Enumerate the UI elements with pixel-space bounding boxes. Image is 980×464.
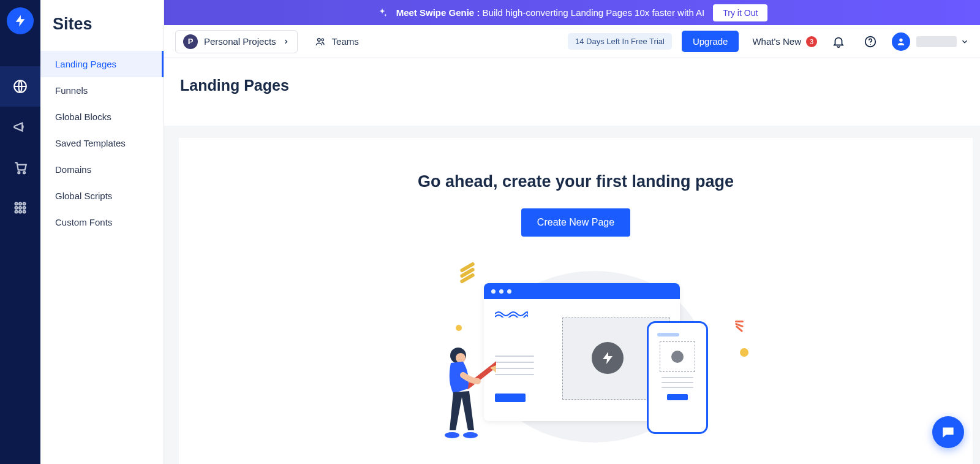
user-name-placeholder[interactable] xyxy=(916,36,957,47)
help-icon[interactable] xyxy=(860,35,881,48)
svg-point-11 xyxy=(23,211,26,213)
app-logo[interactable] xyxy=(7,7,34,34)
sidebar-item-saved-templates[interactable]: Saved Templates xyxy=(40,130,164,156)
sidebar-item-landing-pages[interactable]: Landing Pages xyxy=(40,51,164,77)
chevron-right-icon xyxy=(282,38,290,45)
sidebar-item-funnels[interactable]: Funnels xyxy=(40,77,164,104)
svg-point-13 xyxy=(322,39,324,41)
nav-sites-icon[interactable] xyxy=(0,66,40,107)
svg-point-7 xyxy=(19,207,21,209)
empty-state-title: Go ahead, create your first landing page xyxy=(418,172,734,191)
upgrade-button[interactable]: Upgrade xyxy=(682,31,739,52)
nav-announce-icon[interactable] xyxy=(0,107,40,147)
svg-point-3 xyxy=(15,203,18,205)
user-avatar[interactable] xyxy=(892,32,910,51)
svg-rect-17 xyxy=(464,359,496,390)
chat-bubble-button[interactable] xyxy=(932,416,964,448)
svg-point-16 xyxy=(899,38,902,41)
teams-link[interactable]: Teams xyxy=(315,36,359,47)
sidebar-item-domains[interactable]: Domains xyxy=(40,156,164,183)
svg-point-15 xyxy=(870,44,870,44)
svg-point-20 xyxy=(456,353,466,363)
svg-point-2 xyxy=(23,172,25,173)
promo-text: Meet Swipe Genie : Build high-converting… xyxy=(396,7,705,18)
svg-point-6 xyxy=(15,207,18,209)
svg-point-5 xyxy=(23,203,26,205)
sidebar-item-custom-fonts[interactable]: Custom Fonts xyxy=(40,209,164,235)
trial-pill[interactable]: 14 Days Left In Free Trial xyxy=(568,33,672,50)
whats-new-link[interactable]: What's New 3 xyxy=(752,36,817,47)
nav-apps-icon[interactable] xyxy=(0,188,40,228)
empty-state-illustration xyxy=(435,265,717,449)
project-name: Personal Projects xyxy=(204,36,276,47)
teams-label: Teams xyxy=(332,36,359,47)
svg-point-12 xyxy=(317,38,320,41)
svg-point-8 xyxy=(23,207,26,209)
nav-cart-icon[interactable] xyxy=(0,147,40,188)
svg-point-4 xyxy=(19,203,21,205)
empty-state-card: Go ahead, create your first landing page… xyxy=(179,138,973,464)
chevron-down-icon[interactable] xyxy=(960,37,969,46)
project-selector[interactable]: P Personal Projects xyxy=(175,30,298,53)
svg-point-21 xyxy=(445,432,459,438)
sidebar-title: Sites xyxy=(40,0,164,51)
header: P Personal Projects Teams 14 Days Left I… xyxy=(164,25,980,58)
svg-point-10 xyxy=(19,211,21,213)
teams-icon xyxy=(315,36,326,47)
svg-point-1 xyxy=(18,172,20,173)
svg-point-9 xyxy=(15,211,18,213)
sidebar-item-global-blocks[interactable]: Global Blocks xyxy=(40,104,164,130)
content-area: Go ahead, create your first landing page… xyxy=(179,138,973,464)
create-new-page-button[interactable]: Create New Page xyxy=(521,208,630,237)
page-heading: Landing Pages xyxy=(164,58,980,126)
svg-point-22 xyxy=(463,432,478,438)
sparkle-icon xyxy=(377,7,388,18)
try-it-out-button[interactable]: Try it Out xyxy=(713,4,767,21)
whats-new-label: What's New xyxy=(752,36,801,47)
notifications-icon[interactable] xyxy=(828,35,849,48)
sidebar-item-global-scripts[interactable]: Global Scripts xyxy=(40,183,164,209)
icon-rail xyxy=(0,0,40,464)
whats-new-badge: 3 xyxy=(806,36,817,47)
promo-banner: Meet Swipe Genie : Build high-converting… xyxy=(164,0,980,25)
project-badge: P xyxy=(183,34,198,49)
sidebar: Sites Landing Pages Funnels Global Block… xyxy=(40,0,164,464)
